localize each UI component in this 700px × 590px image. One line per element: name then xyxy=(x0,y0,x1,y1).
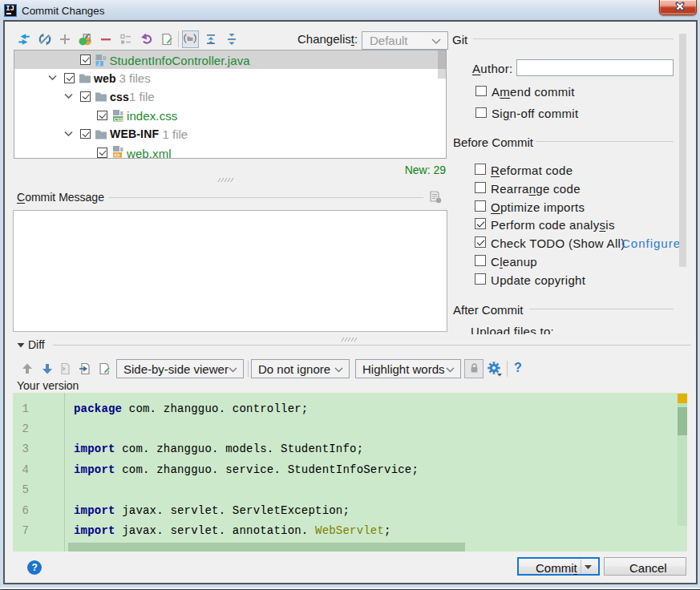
svg-text:<>: <> xyxy=(114,152,120,158)
svg-text:J: J xyxy=(98,61,101,67)
svg-text:CSS: CSS xyxy=(114,117,123,122)
